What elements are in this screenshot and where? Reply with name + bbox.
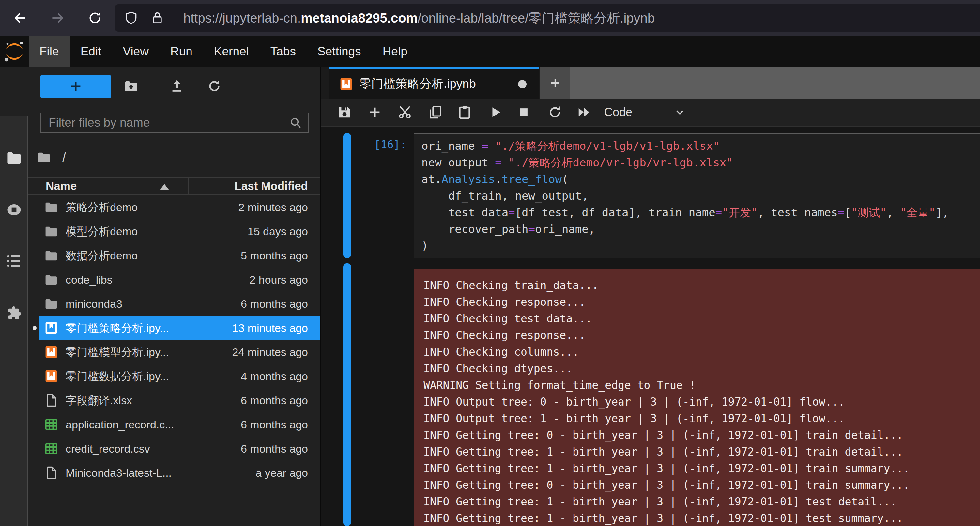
file-modified: 2 minutes ago [238, 195, 308, 219]
file-row[interactable]: credit_record.csv6 months ago [28, 437, 320, 461]
browser-forward-button[interactable] [47, 7, 68, 29]
folder-icon [44, 296, 58, 311]
menu-file[interactable]: File [29, 36, 70, 67]
file-row[interactable]: 模型分析demo15 days ago [28, 219, 320, 244]
logo-icon [3, 40, 26, 63]
file-name: 零门槛数据分析.ipy... [65, 364, 169, 388]
new-launcher-button[interactable] [40, 75, 111, 98]
file-name: 零门槛策略分析.ipy... [65, 316, 169, 340]
file-row[interactable]: miniconda36 months ago [28, 292, 320, 316]
lock-icon[interactable] [150, 11, 164, 25]
file-row[interactable]: 数据分析demo5 months ago [28, 244, 320, 268]
breadcrumb-root[interactable]: / [62, 148, 66, 167]
menu-view[interactable]: View [112, 36, 159, 67]
copy-cell-icon [428, 105, 443, 120]
address-bar[interactable]: https://jupyterlab-cn.metanoia8295.com/o… [115, 4, 980, 32]
notebook-icon [339, 77, 353, 91]
new-tab-button[interactable] [540, 67, 570, 99]
shield-icon[interactable] [124, 11, 138, 25]
file-name: application_record.c... [65, 413, 174, 437]
file-row[interactable]: 字段翻译.xlsx6 months ago [28, 388, 320, 413]
refresh-icon[interactable] [207, 79, 222, 94]
new-folder-icon[interactable] [124, 79, 138, 94]
save-button[interactable] [337, 105, 352, 120]
menu-kernel[interactable]: Kernel [203, 36, 260, 67]
execution-count: [16]: [350, 139, 406, 151]
tab-bar-empty-area [570, 67, 980, 99]
column-divider [188, 177, 189, 194]
restart-run-all-button[interactable] [576, 105, 592, 120]
file-name: 策略分析demo [65, 195, 138, 219]
cell-type-dropdown[interactable]: Code [604, 99, 712, 126]
file-name: 模型分析demo [65, 219, 138, 244]
file-row[interactable]: Miniconda3-latest-L...a year ago [28, 461, 320, 485]
file-modified: 6 months ago [241, 388, 308, 413]
file-modified: 6 months ago [241, 437, 308, 461]
save-icon [337, 105, 352, 120]
table-icon [44, 418, 58, 432]
doc-icon [44, 393, 58, 408]
menu-items: FileEditViewRunKernelTabsSettingsHelp [29, 36, 418, 67]
file-name: credit_record.csv [65, 437, 150, 461]
cut-cell-button[interactable] [397, 105, 412, 120]
extension-manager-icon[interactable] [6, 305, 22, 322]
sort-ascending-icon [160, 184, 169, 190]
menu-settings[interactable]: Settings [307, 36, 372, 67]
menu-help[interactable]: Help [372, 36, 418, 67]
restart-kernel-button[interactable] [547, 105, 562, 120]
table-icon [44, 442, 58, 456]
notebook-icon [44, 321, 58, 335]
file-modified: 6 months ago [241, 413, 308, 437]
file-row[interactable]: 策略分析demo2 minutes ago [28, 195, 320, 219]
code-editor[interactable]: ori_name = "./策略分析demo/v1-lgb/v1-lgb.xls… [414, 133, 980, 258]
file-row[interactable]: 零门槛数据分析.ipy...4 months ago [28, 364, 320, 388]
restart-run-all-icon [576, 105, 592, 120]
forward-arrow-icon [50, 10, 65, 26]
file-row[interactable]: application_record.c...6 months ago [28, 413, 320, 437]
reload-icon [88, 10, 102, 26]
cut-cell-icon [397, 105, 412, 120]
file-row[interactable]: 零门槛模型分析.ipy...24 minutes ago [28, 340, 320, 364]
notebook-icon [44, 345, 58, 359]
file-modified: 13 minutes ago [232, 316, 308, 340]
paste-cell-icon [457, 105, 472, 120]
stop-kernel-button[interactable] [516, 105, 531, 120]
table-of-contents-icon[interactable] [6, 253, 22, 269]
menu-edit[interactable]: Edit [70, 36, 112, 67]
stderr-output: INFO Checking train_data... INFO Checkin… [414, 269, 980, 526]
output-collapser[interactable] [343, 263, 351, 526]
browser-back-button[interactable] [9, 7, 31, 29]
output-log-text: INFO Checking train_data... INFO Checkin… [414, 269, 980, 526]
column-header-name[interactable]: Name [46, 177, 77, 194]
run-cell-button[interactable] [488, 105, 503, 120]
folder-icon [44, 224, 58, 239]
copy-cell-button[interactable] [428, 105, 443, 120]
unsaved-changes-dot[interactable] [518, 80, 527, 88]
activity-bar [0, 67, 28, 526]
browser-reload-button[interactable] [84, 7, 106, 29]
back-arrow-icon [13, 10, 27, 26]
file-row[interactable]: code_libs2 hours ago [28, 268, 320, 292]
add-cell-icon [368, 105, 382, 120]
menu-tabs[interactable]: Tabs [260, 36, 307, 67]
tab-notebook[interactable]: 零门槛策略分析.ipynb [329, 67, 539, 99]
add-cell-button[interactable] [368, 105, 382, 120]
input-cell-collapser[interactable] [343, 133, 351, 258]
jupyterlab-logo[interactable] [0, 36, 29, 67]
jupyter-menu-bar: FileEditViewRunKernelTabsSettingsHelp [0, 36, 980, 67]
running-sessions-icon[interactable] [6, 201, 22, 218]
upload-icon[interactable] [169, 79, 185, 94]
file-row[interactable]: 零门槛策略分析.ipy...13 minutes ago [28, 316, 320, 340]
browser-toolbar: https://jupyterlab-cn.metanoia8295.com/o… [0, 0, 980, 36]
column-header-modified[interactable]: Last Modified [234, 177, 308, 194]
filter-files-input[interactable] [41, 116, 289, 129]
file-browser-icon[interactable] [6, 150, 22, 166]
breadcrumb-folder-icon[interactable] [37, 150, 51, 164]
stop-kernel-icon [516, 105, 531, 120]
file-modified: 2 hours ago [249, 268, 308, 292]
cell-type-label: Code [604, 105, 632, 119]
paste-cell-button[interactable] [457, 105, 472, 120]
notebook-toolbar: Code [321, 99, 980, 127]
menu-run[interactable]: Run [159, 36, 203, 67]
restart-kernel-icon [547, 105, 562, 120]
